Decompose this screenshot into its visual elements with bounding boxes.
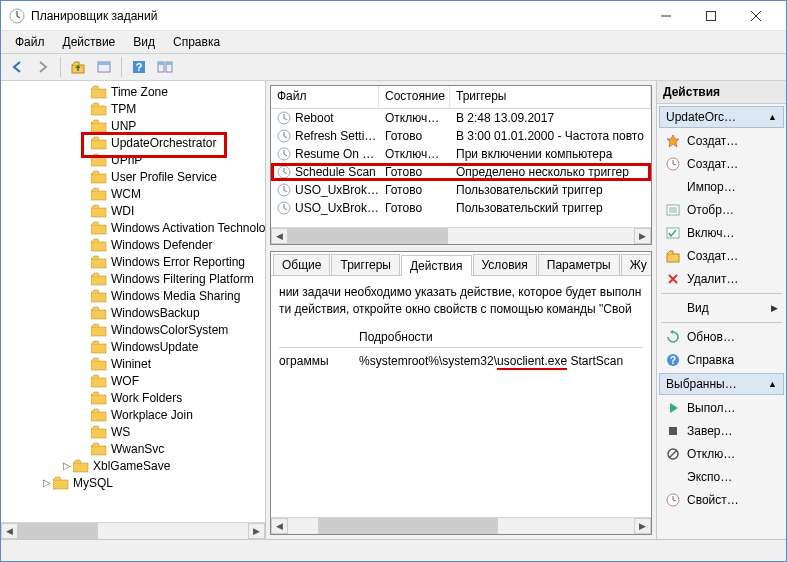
tree-item[interactable]: TPM [1,100,265,117]
tree-item[interactable]: WS [1,423,265,440]
tree-item[interactable]: UPnP [1,151,265,168]
action-end[interactable]: Завер… [659,420,784,442]
tree-expand-icon[interactable]: ▷ [41,477,53,488]
action-disable[interactable]: Отклю… [659,443,784,465]
task-row[interactable]: Resume On …ОтключеноПри включении компью… [271,145,651,163]
action-new-folder[interactable]: Создат… [659,245,784,267]
tree-item-label: WDI [111,204,134,218]
tab-actions[interactable]: Действия [401,255,472,276]
action-run[interactable]: Выпол… [659,397,784,419]
panes-button[interactable] [153,55,177,79]
tree-item[interactable]: User Profile Service [1,168,265,185]
col-header-details[interactable]: Подробности [359,330,643,344]
scroll-left-button[interactable]: ◀ [271,228,288,244]
close-button[interactable] [733,2,778,30]
task-row[interactable]: USO_UxBrok…ГотовоПользовательский тригге… [271,181,651,199]
actions-folder-section[interactable]: UpdateOrc… ▲ [659,106,784,128]
actions-selected-section[interactable]: Выбранны… ▲ [659,373,784,395]
tree-item[interactable]: WOF [1,372,265,389]
tree-item[interactable]: WCM [1,185,265,202]
action-create[interactable]: Создат… [659,153,784,175]
scroll-right-button[interactable]: ▶ [634,518,651,534]
task-name: Refresh Setti… [295,129,376,143]
tree-hscroll[interactable]: ◀ ▶ [1,522,265,539]
task-row[interactable]: USO_UxBrok…ГотовоПользовательский тригге… [271,199,651,217]
svg-rect-21 [91,259,106,268]
tree-item[interactable]: UpdateOrchestrator [1,134,265,151]
tab-history[interactable]: Жу [621,254,652,275]
nav-back-button[interactable] [5,55,29,79]
tab-triggers[interactable]: Триггеры [331,254,400,275]
col-header-triggers[interactable]: Триггеры [450,86,651,108]
menu-help[interactable]: Справка [165,33,228,51]
scroll-thumb[interactable] [318,518,498,534]
action-display-running[interactable]: Отобр… [659,199,784,221]
task-list-body[interactable]: RebootОтключеноВ 2:48 13.09.2017Refresh … [271,109,651,227]
menu-action[interactable]: Действие [55,33,124,51]
scroll-track[interactable] [288,518,634,534]
scroll-track[interactable] [18,523,248,539]
tree-item[interactable]: Work Folders [1,389,265,406]
tree-expand-icon[interactable]: ▷ [61,460,73,471]
folder-icon [91,374,107,388]
detail-hscroll[interactable]: ◀ ▶ [271,517,651,534]
menu-view[interactable]: Вид [125,33,163,51]
scroll-right-button[interactable]: ▶ [248,523,265,539]
tree-list[interactable]: Time ZoneTPMUNPUpdateOrchestratorUPnPUse… [1,81,265,522]
nav-forward-button[interactable] [31,55,55,79]
up-folder-button[interactable] [66,55,90,79]
col-header-name[interactable]: Файл [271,86,379,108]
window-title: Планировщик заданий [31,9,643,23]
tree-item[interactable]: ▷XblGameSave [1,457,265,474]
action-create-basic[interactable]: Создат… [659,130,784,152]
action-properties[interactable]: Свойст… [659,489,784,511]
task-list-hscroll[interactable]: ◀ ▶ [271,227,651,244]
help-button[interactable]: ? [127,55,151,79]
maximize-button[interactable] [688,2,733,30]
tree-item-label: Wininet [111,357,151,371]
tab-conditions[interactable]: Условия [473,254,537,275]
tree-item[interactable]: Windows Defender [1,236,265,253]
task-row[interactable]: Refresh Setti…ГотовоВ 3:00 01.01.2000 - … [271,127,651,145]
col-header-state[interactable]: Состояние [379,86,450,108]
scroll-right-button[interactable]: ▶ [634,228,651,244]
tree-item[interactable]: WindowsBackup [1,304,265,321]
action-delete-folder[interactable]: Удалит… [659,268,784,290]
action-refresh[interactable]: Обнов… [659,326,784,348]
scroll-track[interactable] [288,228,634,244]
tree-item-label: XblGameSave [93,459,170,473]
action-import[interactable]: Импор… [659,176,784,198]
action-help[interactable]: ?Справка [659,349,784,371]
action-enable-history[interactable]: Включ… [659,222,784,244]
action-export[interactable]: Экспо… [659,466,784,488]
task-row[interactable]: Schedule ScanГотовоОпределено несколько … [271,163,651,181]
tab-general[interactable]: Общие [273,254,330,275]
menu-file[interactable]: Файл [7,33,53,51]
scroll-thumb[interactable] [18,523,98,539]
tree-item[interactable]: Wininet [1,355,265,372]
tree-item[interactable]: Windows Media Sharing [1,287,265,304]
tree-item-label: UpdateOrchestrator [111,136,216,150]
tree-item[interactable]: WindowsColorSystem [1,321,265,338]
task-state: Готово [379,165,450,179]
minimize-button[interactable] [643,2,688,30]
tree-item[interactable]: WDI [1,202,265,219]
tree-item[interactable]: WindowsUpdate [1,338,265,355]
tab-params[interactable]: Параметры [538,254,620,275]
tree-item[interactable]: Windows Filtering Platform [1,270,265,287]
action-view[interactable]: Вид▶ [659,297,784,319]
tree-item[interactable]: WwanSvc [1,440,265,457]
scroll-left-button[interactable]: ◀ [271,518,288,534]
tree-item[interactable]: UNP [1,117,265,134]
task-row[interactable]: RebootОтключеноВ 2:48 13.09.2017 [271,109,651,127]
tree-item[interactable]: Workplace Join [1,406,265,423]
tree-item[interactable]: Windows Activation Technologies [1,219,265,236]
tree-item[interactable]: ▷MySQL [1,474,265,491]
scroll-thumb[interactable] [288,228,448,244]
detail-row[interactable]: ограммы %systemroot%\system32\usoclient.… [279,354,643,368]
scroll-left-button[interactable]: ◀ [1,523,18,539]
view-button[interactable] [92,55,116,79]
tree-item[interactable]: Windows Error Reporting [1,253,265,270]
svg-rect-22 [91,276,106,285]
tree-item[interactable]: Time Zone [1,83,265,100]
